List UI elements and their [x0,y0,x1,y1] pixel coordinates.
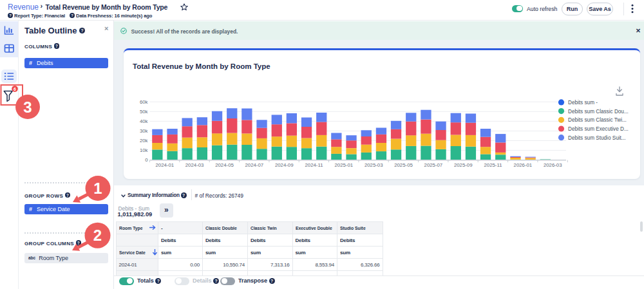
svg-text:2025-07: 2025-07 [424,162,443,168]
svg-text:2024-09: 2024-09 [275,162,294,168]
svg-text:60k: 60k [140,98,148,104]
svg-text:2024-03: 2024-03 [185,162,204,168]
svg-text:Debits sum Classic Twi...: Debits sum Classic Twi... [568,117,627,123]
svg-text:6: 6 [14,87,16,91]
svg-text:2024-05: 2024-05 [215,162,234,168]
svg-text:2025-05: 2025-05 [394,162,413,168]
svg-text:20k: 20k [140,138,148,144]
svg-text:2024-01: 2024-01 [155,162,174,168]
svg-text:2026-03: 2026-03 [544,162,562,168]
svg-text:50k: 50k [140,108,148,114]
svg-text:2025-09: 2025-09 [454,162,473,168]
svg-text:Debits sum Executive D...: Debits sum Executive D... [568,126,629,131]
svg-text:30k: 30k [140,128,148,134]
svg-text:2024-07: 2024-07 [245,162,263,168]
svg-text:2025-11: 2025-11 [484,162,502,168]
svg-text:10k: 10k [140,147,148,153]
svg-text:2024-11: 2024-11 [305,162,323,168]
svg-text:2026-01: 2026-01 [514,162,533,168]
svg-text:0: 0 [145,157,148,163]
svg-text:2025-01: 2025-01 [334,162,353,168]
svg-text:2025-03: 2025-03 [365,162,383,168]
svg-text:40k: 40k [140,118,148,124]
svg-text:Debits sum Classic Dou...: Debits sum Classic Dou... [568,108,629,114]
svg-text:Debits sum -: Debits sum - [568,99,598,105]
svg-text:Debits sum Studio Suit...: Debits sum Studio Suit... [568,135,626,140]
